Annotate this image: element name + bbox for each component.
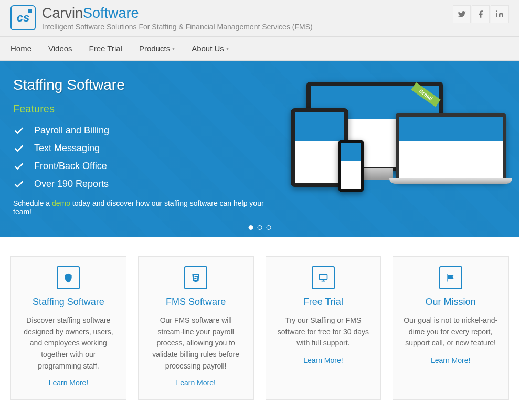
site-tagline: Intelligent Software Solutions For Staff… [42,23,313,31]
card-mission: Our Mission Our goal is not to nickel-an… [393,256,509,400]
hero-slider: Staffing Software Features Payroll and B… [0,61,519,237]
social-links [453,5,509,23]
laptop-mockup [396,113,506,182]
chevron-down-icon: ▾ [172,46,175,51]
feature-cards: Staffing Software Discover staffing soft… [0,237,519,420]
check-icon [13,142,25,154]
monitor-icon [312,266,335,289]
chevron-down-icon: ▾ [226,46,229,51]
feature-item: Front/Back Office [13,160,265,172]
card-staffing: Staffing Software Discover staffing soft… [10,256,126,400]
main-nav: Home Videos Free Trial Products▾ About U… [0,37,519,61]
hero-subtitle: Features [13,103,265,115]
css-icon [184,266,207,289]
slider-dots [248,225,271,230]
facebook-icon[interactable] [472,5,490,23]
brand: cs CarvinSoftware Intelligent Software S… [10,5,313,31]
check-icon [13,160,25,172]
card-body: Discover staffing software designed by o… [19,315,118,372]
check-icon [13,178,25,190]
check-icon [13,124,25,136]
feature-item: Over 190 Reports [13,178,265,190]
learn-more-link[interactable]: Learn More! [303,356,343,364]
nav-home[interactable]: Home [10,37,31,60]
card-trial: Free Trial Try our Staffing or FMS softw… [266,256,382,400]
card-title: FMS Software [147,297,245,308]
card-title: Staffing Software [19,297,118,308]
learn-more-link[interactable]: Learn More! [176,379,215,387]
nav-videos[interactable]: Videos [48,37,72,60]
nav-products[interactable]: Products▾ [139,37,175,60]
header-bar: cs CarvinSoftware Intelligent Software S… [0,0,519,37]
card-title: Free Trial [274,297,373,308]
card-body: Try our Staffing or FMS software for fre… [274,315,373,349]
hero-cta: Schedule a demo today and discover how o… [13,199,265,216]
flag-icon [439,266,462,289]
learn-more-link[interactable]: Learn More! [431,356,470,364]
slider-dot-1[interactable] [248,225,253,230]
svg-rect-0 [319,274,327,279]
hero-title: Staffing Software [13,77,265,93]
phone-mockup [338,140,364,192]
card-body: Our goal is not to nickel-and-dime you f… [401,315,500,349]
linkedin-icon[interactable] [491,5,509,23]
logo-icon: cs [10,5,36,30]
card-fms: FMS Software Our FMS software will strea… [138,256,254,400]
card-title: Our Mission [401,297,500,308]
learn-more-link[interactable]: Learn More! [49,379,88,387]
site-title: CarvinSoftware [42,5,313,22]
twitter-icon[interactable] [453,5,471,23]
slider-dot-2[interactable] [257,225,262,230]
slider-dot-3[interactable] [266,225,271,230]
feature-item: Payroll and Billing [13,124,265,136]
demo-link[interactable]: demo [52,199,70,207]
nav-free-trial[interactable]: Free Trial [89,37,122,60]
nav-about-us[interactable]: About Us▾ [192,37,229,60]
shield-icon [57,266,80,289]
feature-item: Text Messaging [13,142,265,154]
device-mockups: Great! [275,82,506,213]
card-body: Our FMS software will stream-line your p… [147,315,245,372]
